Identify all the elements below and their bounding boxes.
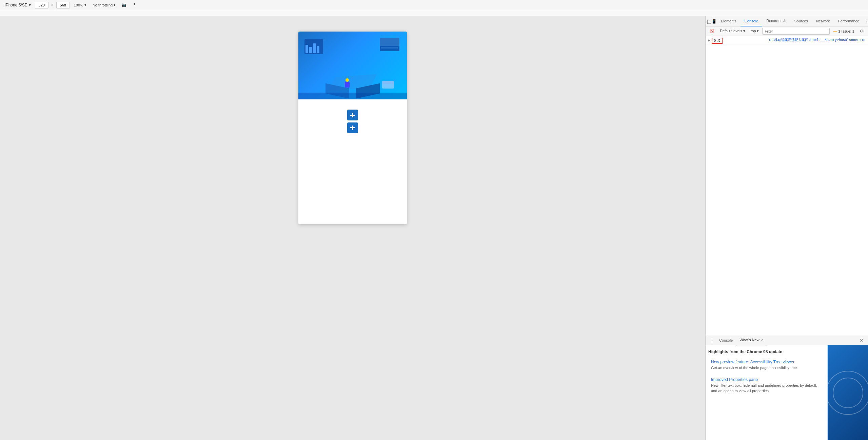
whats-new-item-0[interactable]: New preview feature: Accessibility Tree …	[708, 357, 825, 373]
phone-content-area	[298, 99, 407, 140]
highlighted-value: 0.5	[712, 38, 723, 44]
chevron-down-icon: ▾	[29, 3, 31, 7]
wave-bottom	[298, 93, 407, 99]
console-settings-btn[interactable]: ⚙	[858, 27, 866, 35]
clear-icon: 🚫	[710, 29, 714, 33]
more-options-btn[interactable]: 📷	[120, 2, 129, 8]
throttling-chevron-icon: ▾	[114, 3, 116, 7]
console-output: ▶ 0.5 13-移动端案用适配方案四.html?__5n2otyPhu5als…	[706, 36, 868, 335]
viewport-area	[0, 16, 705, 440]
wn-item-title-1: Improved Properties pane	[711, 377, 822, 382]
person-figure	[344, 78, 350, 89]
expand-arrow-icon: ▶	[708, 38, 710, 42]
whats-new-tab-bar: ⋮ Console What's New ✕ ✕	[706, 335, 868, 345]
console-value: 0.5	[712, 38, 767, 44]
console-entry-0[interactable]: ▶ 0.5 13-移动端案用适配方案四.html?__5n2otyPhu5als…	[706, 37, 868, 44]
clear-console-btn[interactable]: 🚫	[708, 28, 716, 34]
tab-recorder[interactable]: Recorder ⚠	[762, 16, 790, 26]
device-selector[interactable]: iPhone 5/SE ▾	[3, 2, 33, 8]
tab-elements[interactable]: Elements	[717, 16, 741, 26]
whats-new-header: Highlights from the Chrome 98 update	[708, 348, 825, 357]
close-icon: ✕	[860, 338, 864, 343]
float-chart-element	[304, 39, 323, 54]
tab-more-btn[interactable]: »	[863, 16, 868, 26]
throttling-selector[interactable]: No throttling ▾	[91, 2, 118, 8]
zoom-selector[interactable]: 100% ▾	[72, 2, 88, 8]
height-input[interactable]	[56, 2, 70, 8]
context-selector[interactable]: top ▾	[749, 28, 761, 34]
bar-1	[305, 45, 308, 53]
video-circle-inner	[833, 378, 863, 408]
whats-new-list: Highlights from the Chrome 98 update New…	[706, 345, 828, 440]
wn-item-desc-0: Get an overview of the whole page access…	[711, 365, 822, 370]
wn-more-btn[interactable]: ⋮	[708, 337, 716, 344]
whats-new-video[interactable]	[828, 345, 868, 440]
person-head	[346, 78, 349, 82]
whats-new-panel: ⋮ Console What's New ✕ ✕ Highlights from…	[706, 335, 868, 440]
float-box-element	[382, 81, 394, 89]
wn-tab-close-btn[interactable]: ✕	[761, 338, 764, 342]
bar-4	[317, 46, 319, 53]
float-screen-element	[380, 38, 399, 51]
icon-bar-v	[352, 126, 353, 130]
wn-item-title-0: New preview feature: Accessibility Tree …	[711, 360, 822, 364]
issues-btn[interactable]: 1 Issue: 1	[831, 28, 856, 34]
device-toolbar: iPhone 5/SE ▾ × 100% ▾ No throttling ▾ 📷…	[0, 0, 868, 10]
width-input[interactable]	[35, 2, 48, 8]
devtools-panel: ⬚ 📱 Elements Console Recorder ⚠ Sources …	[705, 16, 868, 440]
more-btn[interactable]: ⋮	[131, 2, 138, 8]
filter-input[interactable]	[762, 28, 830, 35]
tab-network[interactable]: Network	[812, 16, 834, 26]
capture-icon: 📷	[122, 3, 126, 7]
bar-2	[309, 47, 312, 53]
secondary-icon-box	[347, 122, 358, 133]
tab-performance[interactable]: Performance	[834, 16, 863, 26]
devtools-tab-bar: ⬚ 📱 Elements Console Recorder ⚠ Sources …	[706, 16, 868, 26]
secondary-icon-content	[350, 126, 355, 130]
default-levels-btn[interactable]: Default levels ▾	[718, 28, 747, 34]
tab-sources[interactable]: Sources	[790, 16, 812, 26]
dimension-separator: ×	[51, 3, 54, 7]
device-label: iPhone 5/SE	[5, 3, 27, 7]
wn-item-desc-1: New filter text box, hide null and undef…	[711, 383, 822, 394]
person-body	[345, 82, 350, 88]
devtools-device-btn[interactable]: 📱	[711, 17, 717, 25]
more-icon: ⋮	[133, 3, 136, 7]
plus-vertical	[352, 113, 353, 117]
zoom-chevron-icon: ▾	[84, 3, 86, 7]
console-source[interactable]: 13-移动端案用适配方案四.html?__5n2otyPhu5alsooBr:1…	[768, 38, 865, 42]
wn-close-panel-btn[interactable]: ✕	[858, 337, 865, 344]
tab-console[interactable]: Console	[741, 16, 762, 26]
whats-new-content: Highlights from the Chrome 98 update New…	[706, 345, 868, 440]
wn-tab-console[interactable]: Console	[716, 335, 736, 345]
bar-3	[313, 43, 316, 53]
console-toolbar: 🚫 Default levels ▾ top ▾ 1 Issue: 1 ⚙	[706, 26, 868, 36]
main-area: ⬚ 📱 Elements Console Recorder ⚠ Sources …	[0, 16, 868, 440]
plus-icon-element	[347, 110, 358, 120]
ruler	[0, 10, 868, 16]
phone-frame	[298, 32, 407, 224]
settings-icon: ⚙	[860, 28, 864, 34]
whats-new-item-1[interactable]: Improved Properties pane New filter text…	[708, 375, 825, 396]
phone-hero-image	[298, 32, 407, 99]
wn-tab-whats-new[interactable]: What's New ✕	[736, 335, 767, 345]
issues-badge	[833, 31, 837, 32]
devtools-inspect-btn[interactable]: ⬚	[707, 17, 711, 25]
